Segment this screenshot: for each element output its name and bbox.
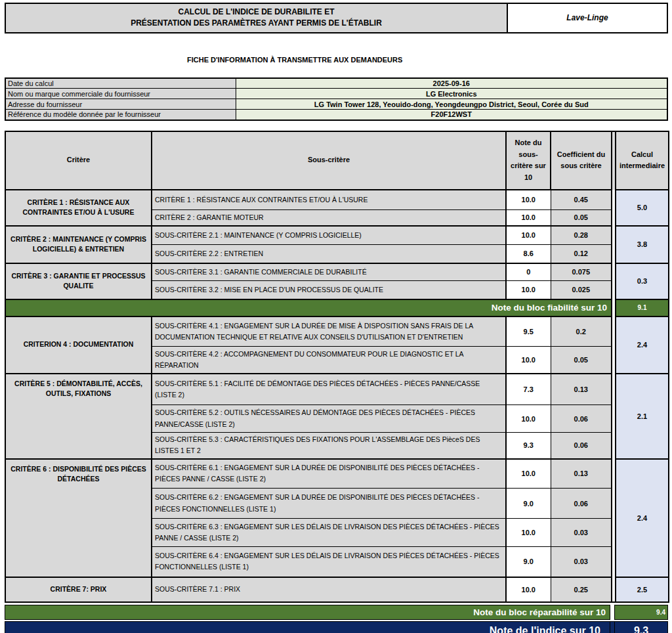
table-row: CRITÈRE 6 : DISPONIBILITÉ DES PIÈCES DÉT…	[5, 459, 669, 489]
subcriterion-note: 10.0	[506, 459, 551, 489]
document-title: CALCUL DE L'INDICE DE DURABILITE ET PRÉS…	[5, 3, 508, 33]
subcriterion-coefficient: 0.03	[551, 547, 612, 577]
critere-3-label: CRITÈRE 3 : GARANTIE ET PROCESSUS QUALIT…	[5, 263, 152, 299]
subcriterion-coefficient: 0.2	[551, 316, 612, 347]
subcriterion-note: 9.5	[506, 316, 551, 347]
fiabilite-score-label: Note du bloc fiabilité sur 10	[5, 299, 612, 316]
info-label-model-reference: Référence du modèle donnée par le fourni…	[5, 110, 236, 120]
critere-7-label: CRITÈRE 7: PRIX	[5, 577, 152, 602]
subcriterion-note: 10.0	[506, 281, 551, 299]
header-calcul: Calcul intermediaire	[616, 131, 669, 190]
table-row: CRITERION 4 : DOCUMENTATION SOUS-CRITÈRE…	[5, 316, 669, 347]
table-row: Référence du modèle donnée par le fourni…	[5, 110, 667, 120]
info-label-supplier-name: Nom ou marque commerciale du fournisseur	[5, 89, 236, 99]
subcriterion-label: SOUS-CRITÈRE 6.1 : ENGAGEMENT SUR LA DUR…	[152, 459, 506, 489]
critere-2-intermediate-calc: 3.8	[616, 226, 669, 263]
info-label-date: Date du calcul	[5, 78, 236, 89]
critere-3-intermediate-calc: 0.3	[616, 263, 669, 299]
top-banner: CALCUL DE L'INDICE DE DURABILITE ET PRÉS…	[5, 3, 668, 33]
subcriterion-label: SOUS-CRITÈRE 2.2 : ENTRETIEN	[152, 245, 506, 263]
subcriterion-note: 10.0	[506, 347, 551, 374]
subcriterion-label: SOUS-CRITÈRE 6.4 : ENGAGEMENT SUR LES DÉ…	[152, 547, 506, 577]
subcriterion-note: 0	[506, 263, 551, 281]
document-title-line2: PRÉSENTATION DES PARAMÈTRES AYANT PERMIS…	[12, 18, 500, 29]
subcriterion-note: 10.0	[506, 226, 551, 245]
subcriterion-coefficient: 0.13	[551, 459, 612, 489]
critere-6-label: CRITÈRE 6 : DISPONIBILITÉ DES PIÈCES DÉT…	[5, 459, 152, 577]
subcriterion-label: SOUS-CRITÈRE 6.2 : ENGAGEMENT SUR LA DUR…	[152, 489, 506, 519]
critere-4-label: CRITERION 4 : DOCUMENTATION	[5, 316, 152, 374]
table-row: CRITÈRE 7: PRIX SOUS-CRITÈRE 7.1 : PRIX …	[5, 577, 669, 602]
subcriterion-coefficient: 0.05	[551, 210, 612, 226]
product-category-box: Lave-Linge	[507, 3, 668, 33]
critere-7-intermediate-calc: 2.5	[616, 577, 669, 602]
criteria-table-header: Critère Sous-critère Note du sous-critèr…	[5, 131, 669, 190]
info-label-supplier-address: Adresse du fournisseur	[5, 99, 236, 110]
subcriterion-coefficient: 0.45	[551, 190, 612, 210]
table-row: CRITÈRE 2 : MAINTENANCE (Y COMPRIS LOGIC…	[5, 226, 669, 245]
critere-1-label: CRITÈRE 1 : RÉSISTANCE AUX CONTRAINTES E…	[5, 190, 152, 226]
table-row: Adresse du fournisseur LG Twin Tower 128…	[5, 99, 667, 110]
subcriterion-coefficient: 0.28	[551, 226, 612, 245]
subcriterion-label: SOUS-CRITÈRE 3.2 : MISE EN PLACE D'UN PR…	[152, 281, 506, 299]
reparabilite-score-label: Note du bloc réparabilité sur 10	[5, 605, 610, 620]
subcriterion-note: 10.0	[506, 190, 551, 210]
index-score-label: Note de l'indice sur 10	[5, 621, 610, 633]
info-value-supplier-address: LG Twin Tower 128, Yeouido-dong, Yeongde…	[236, 99, 667, 110]
subcriterion-coefficient: 0.06	[551, 433, 612, 459]
header-coefficient: Coefficient du sous critère	[551, 131, 612, 190]
subcriterion-note: 10.0	[506, 577, 551, 602]
subcriterion-label: CRITÈRE 1 : RÉSISTANCE AUX CONTRAINTES E…	[152, 190, 506, 210]
subcriterion-coefficient: 0.12	[551, 245, 612, 263]
reparabilite-score-value: 9.4	[614, 605, 668, 620]
subcriterion-label: CRITÈRE 2 : GARANTIE MOTEUR	[152, 210, 506, 226]
info-value-date: 2025-09-16	[236, 78, 667, 89]
index-score-row: Note de l'indice sur 10 9.3	[5, 621, 668, 633]
header-critere: Critère	[5, 131, 152, 190]
subcriterion-coefficient: 0.025	[551, 281, 612, 299]
subcriterion-note: 9.0	[506, 547, 551, 577]
criteria-table: Critère Sous-critère Note du sous-critèr…	[5, 131, 669, 603]
fiabilite-score-value: 9.1	[616, 299, 669, 316]
subcriterion-note: 10.0	[506, 519, 551, 547]
supplier-info-table: Date du calcul 2025-09-16 Nom ou marque …	[5, 77, 668, 121]
critere-5-label: CRITÈRE 5 : DÉMONTABILITÉ, ACCÈS, OUTILS…	[5, 374, 152, 459]
subcriterion-label: SOUS-CRITÈRE 3.1 : GARANTIE COMMERCIALE …	[152, 263, 506, 281]
fiabilite-score-row: Note du bloc fiabilité sur 10 9.1	[5, 299, 669, 316]
subcriterion-label: SOUS-CRITÈRE 6.3 : ENGAGEMENT SUR LES DÉ…	[152, 519, 506, 547]
table-row: CRITÈRE 1 : RÉSISTANCE AUX CONTRAINTES E…	[5, 190, 669, 210]
product-category-label: Lave-Linge	[566, 13, 608, 22]
subcriterion-note: 9.3	[506, 433, 551, 459]
header-sous-critere: Sous-critère	[152, 131, 506, 190]
subcriterion-note: 8.6	[506, 245, 551, 263]
durability-sheet: CALCUL DE L'INDICE DE DURABILITE ET PRÉS…	[0, 0, 672, 633]
subcriterion-coefficient: 0.13	[551, 374, 612, 405]
table-row: CRITÈRE 3 : GARANTIE ET PROCESSUS QUALIT…	[5, 263, 669, 281]
subcriterion-note: 9.0	[506, 489, 551, 519]
subcriterion-label: SOUS-CRITÈRE 5.2 : OUTILS NÉCESSAIRES AU…	[152, 405, 506, 433]
document-title-line1: CALCUL DE L'INDICE DE DURABILITE ET	[12, 7, 500, 18]
subcriterion-coefficient: 0.03	[551, 519, 612, 547]
subcriterion-note: 7.3	[506, 374, 551, 405]
critere-6-intermediate-calc: 2.4	[616, 459, 669, 577]
critere-4-intermediate-calc: 2.4	[616, 316, 669, 374]
subcriterion-coefficient: 0.05	[551, 347, 612, 374]
subcriterion-label: SOUS-CRITÈRE 2.1 : MAINTENANCE (Y COMPRI…	[152, 226, 506, 245]
subcriterion-label: SOUS-CRITÈRE 5.3 : CARACTÉRISTIQUES DES …	[152, 433, 506, 459]
subcriterion-coefficient: 0.06	[551, 489, 612, 519]
subcriterion-note: 10.0	[506, 405, 551, 433]
reparabilite-score-row: Note du bloc réparabilité sur 10 9.4	[5, 605, 668, 620]
critere-2-label: CRITÈRE 2 : MAINTENANCE (Y COMPRIS LOGIC…	[5, 226, 152, 263]
subcriterion-coefficient: 0.06	[551, 405, 612, 433]
critere-5-intermediate-calc: 2.1	[616, 374, 669, 459]
sheet-subtitle: FICHE D'INFORMATION À TRANSMETTRE AUX DE…	[187, 56, 668, 64]
subcriterion-label: SOUS-CRITÈRE 4.1 : ENGAGEMENT SUR LA DUR…	[152, 316, 506, 347]
header-note: Note du sous-critère sur 10	[506, 131, 551, 190]
info-value-model-reference: F20F12WST	[236, 110, 667, 120]
index-score-value: 9.3	[614, 621, 668, 633]
info-value-supplier-name: LG Electronics	[236, 89, 667, 99]
subcriterion-coefficient: 0.075	[551, 263, 612, 281]
subcriterion-coefficient: 0.25	[551, 577, 612, 602]
subcriterion-label: SOUS-CRITÈRE 7.1 : PRIX	[152, 577, 506, 602]
critere-1-intermediate-calc: 5.0	[616, 190, 669, 226]
